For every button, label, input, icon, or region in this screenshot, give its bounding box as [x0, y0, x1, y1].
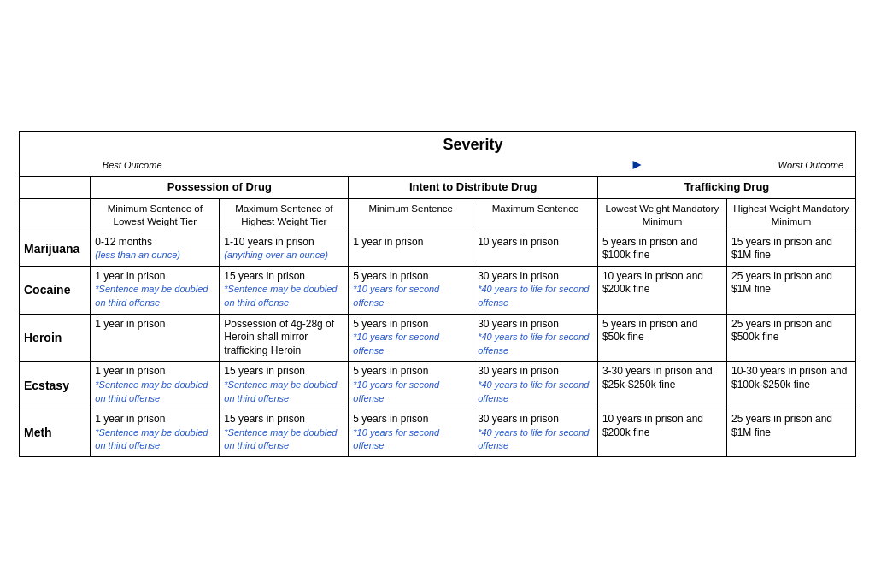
cell-2-3-note: *40 years to life for second offense: [478, 332, 589, 356]
cell-1-0-note: *Sentence may be doubled on third offens…: [95, 284, 208, 308]
cell-3-3-main: 30 years in prison: [478, 365, 559, 377]
table-row: Cocaine 1 year in prison *Sentence may b…: [20, 266, 856, 314]
cell-0-2: 1 year in prison: [349, 232, 473, 266]
cell-2-0-main: 1 year in prison: [95, 318, 165, 330]
best-outcome-label: Best Outcome: [103, 159, 162, 171]
col-header-5: Highest Weight Mandatory Minimum: [726, 198, 855, 232]
cell-0-5: 15 years in prison and $1M fine: [726, 232, 855, 266]
cell-0-4: 5 years in prison and $100k fine: [597, 232, 726, 266]
table-row: Ecstasy 1 year in prison *Sentence may b…: [20, 362, 856, 409]
cell-2-1: Possession of 4g-28g of Heroin shall mir…: [220, 314, 349, 362]
drug-label-0: Marijuana: [20, 232, 91, 266]
cell-1-5: 25 years in prison and $1M fine: [726, 266, 855, 314]
cell-4-4-main: 10 years in prison and $200k fine: [602, 413, 703, 438]
cell-4-0-main: 1 year in prison: [95, 413, 165, 425]
cell-4-3: 30 years in prison *40 years to life for…: [473, 409, 598, 457]
cell-2-5-main: 25 years in prison and $500k fine: [731, 318, 832, 344]
cell-0-0: 0-12 months (less than an ounce): [91, 232, 220, 266]
cell-4-4: 10 years in prison and $200k fine: [597, 409, 726, 457]
cell-3-1-note: *Sentence may be doubled on third offens…: [224, 379, 337, 403]
cell-4-2: 5 years in prison *10 years for second o…: [349, 409, 473, 457]
cell-1-5-main: 25 years in prison and $1M fine: [731, 270, 832, 296]
cell-0-1: 1-10 years in prison (anything over an o…: [220, 232, 349, 266]
cell-4-3-main: 30 years in prison: [478, 413, 559, 425]
cell-3-5: 10-30 years in prison and $100k-$250k fi…: [726, 362, 855, 409]
col-header-4: Lowest Weight Mandatory Minimum: [597, 198, 726, 232]
cell-3-0-note: *Sentence may be doubled on third offens…: [95, 379, 208, 403]
cell-2-5: 25 years in prison and $500k fine: [726, 314, 855, 362]
corner-cell: [20, 132, 91, 177]
cell-0-1-main: 1-10 years in prison: [224, 236, 314, 248]
cell-0-4-main: 5 years in prison and $100k fine: [602, 236, 697, 262]
cell-0-2-main: 1 year in prison: [353, 236, 423, 248]
col-header-2: Minimum Sentence: [349, 198, 473, 232]
drug-label-4: Meth: [20, 409, 91, 457]
cell-2-0: 1 year in prison: [91, 314, 220, 362]
cell-4-5-main: 25 years in prison and $1M fine: [731, 413, 832, 438]
cell-1-1-note: *Sentence may be doubled on third offens…: [224, 284, 337, 308]
cell-0-3-main: 10 years in prison: [478, 236, 559, 248]
empty-col-header: [20, 198, 91, 232]
cell-0-0-main: 0-12 months: [95, 236, 152, 248]
arrow-line: [169, 160, 772, 170]
cell-1-1-main: 15 years in prison: [224, 270, 305, 282]
cell-1-2: 5 years in prison *10 years for second o…: [349, 266, 473, 314]
cell-0-5-main: 15 years in prison and $1M fine: [731, 236, 832, 262]
cell-4-1-note: *Sentence may be doubled on third offens…: [224, 427, 337, 451]
severity-header: Severity Best Outcome: [91, 132, 856, 177]
drug-label-1: Cocaine: [20, 266, 91, 314]
cell-2-3: 30 years in prison *40 years to life for…: [473, 314, 598, 362]
cell-2-2-note: *10 years for second offense: [353, 332, 439, 356]
cell-1-0: 1 year in prison *Sentence may be double…: [91, 266, 220, 314]
worst-outcome-label: Worst Outcome: [778, 159, 843, 171]
cell-2-3-main: 30 years in prison: [478, 318, 559, 330]
cell-2-2-main: 5 years in prison: [353, 318, 428, 330]
cell-0-3: 10 years in prison: [473, 232, 598, 266]
cell-0-0-note: (less than an ounce): [95, 250, 180, 260]
cell-3-3: 30 years in prison *40 years to life for…: [473, 362, 598, 409]
cell-4-3-note: *40 years to life for second offense: [478, 427, 589, 451]
arrow-svg: [169, 159, 772, 171]
cell-2-4: 5 years in prison and $50k fine: [597, 314, 726, 362]
cell-1-3-main: 30 years in prison: [478, 270, 559, 282]
cell-3-1: 15 years in prison *Sentence may be doub…: [220, 362, 349, 409]
cell-3-3-note: *40 years to life for second offense: [478, 379, 589, 403]
cell-3-0-main: 1 year in prison: [95, 365, 165, 377]
cell-1-4-main: 10 years in prison and $200k fine: [602, 270, 703, 296]
cell-3-4-main: 3-30 years in prison and $25k-$250k fine: [602, 365, 713, 391]
svg-marker-1: [632, 161, 641, 169]
col-header-3: Maximum Sentence: [473, 198, 598, 232]
cell-2-1-main: Possession of 4g-28g of Heroin shall mir…: [224, 318, 334, 356]
table-row: Heroin 1 year in prison Possession of 4g…: [20, 314, 856, 362]
cell-1-3: 30 years in prison *40 years to life for…: [473, 266, 598, 314]
table-row: Marijuana 0-12 months (less than an ounc…: [20, 232, 856, 266]
group-header-possession: Possession of Drug: [91, 176, 349, 198]
table-wrapper: Severity Best Outcome: [19, 131, 856, 457]
drug-label-3: Ecstasy: [20, 362, 91, 409]
group-header-trafficking: Trafficking Drug: [597, 176, 855, 198]
cell-4-2-note: *10 years for second offense: [353, 427, 439, 451]
cell-2-4-main: 5 years in prison and $50k fine: [602, 318, 697, 344]
cell-1-2-main: 5 years in prison: [353, 270, 428, 282]
group-header-intent: Intent to Distribute Drug: [349, 176, 598, 198]
table-row: Meth 1 year in prison *Sentence may be d…: [20, 409, 856, 457]
cell-3-2-main: 5 years in prison: [353, 365, 428, 377]
cell-4-1: 15 years in prison *Sentence may be doub…: [220, 409, 349, 457]
severity-arrow: Best Outcome: [94, 157, 852, 173]
cell-0-1-note: (anything over an ounce): [224, 250, 328, 260]
col-header-1: Maximum Sentence of Highest Weight Tier: [220, 198, 349, 232]
cell-1-2-note: *10 years for second offense: [353, 284, 439, 308]
severity-title: Severity: [94, 135, 852, 155]
cell-1-4: 10 years in prison and $200k fine: [597, 266, 726, 314]
cell-3-0: 1 year in prison *Sentence may be double…: [91, 362, 220, 409]
cell-2-2: 5 years in prison *10 years for second o…: [349, 314, 473, 362]
cell-3-1-main: 15 years in prison: [224, 365, 305, 377]
cell-3-4: 3-30 years in prison and $25k-$250k fine: [597, 362, 726, 409]
cell-1-3-note: *40 years to life for second offense: [478, 284, 589, 308]
cell-4-0: 1 year in prison *Sentence may be double…: [91, 409, 220, 457]
drug-label-2: Heroin: [20, 314, 91, 362]
empty-header: [20, 176, 91, 198]
cell-3-2-note: *10 years for second offense: [353, 379, 439, 403]
cell-3-2: 5 years in prison *10 years for second o…: [349, 362, 473, 409]
col-header-0: Minimum Sentence of Lowest Weight Tier: [91, 198, 220, 232]
